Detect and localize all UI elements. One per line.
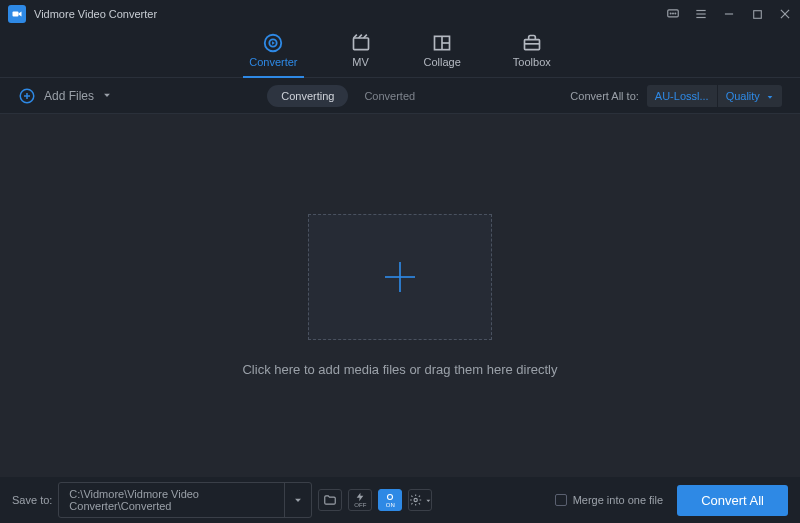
titlebar-left: Vidmore Video Converter <box>8 5 157 23</box>
converter-icon <box>262 33 284 53</box>
menu-icon[interactable] <box>694 7 708 21</box>
svg-marker-24 <box>104 93 110 96</box>
convert-all-button[interactable]: Convert All <box>677 485 788 516</box>
tab-collage[interactable]: Collage <box>424 33 461 72</box>
tab-label: Converter <box>249 56 297 68</box>
svg-point-31 <box>414 498 417 501</box>
segment-converting[interactable]: Converting <box>267 85 348 107</box>
svg-marker-32 <box>426 499 430 501</box>
footer-left: Save to: C:\Vidmore\Vidmore Video Conver… <box>12 482 432 518</box>
feedback-icon[interactable] <box>666 7 680 21</box>
save-path-input[interactable]: C:\Vidmore\Vidmore Video Converter\Conve… <box>59 483 284 517</box>
main-content: Click here to add media files or drag th… <box>0 114 800 477</box>
svg-rect-0 <box>13 12 19 17</box>
drop-zone[interactable] <box>308 214 492 340</box>
mv-icon <box>350 33 372 53</box>
merge-checkbox[interactable]: Merge into one file <box>555 494 664 506</box>
settings-button[interactable] <box>408 489 432 511</box>
format-value: AU-Lossl... <box>647 85 718 107</box>
footer-right: Merge into one file Convert All <box>555 485 788 516</box>
convert-all-label: Convert All to: <box>570 90 638 102</box>
open-folder-button[interactable] <box>318 489 342 511</box>
plus-circle-icon <box>18 87 36 105</box>
minimize-icon[interactable] <box>722 7 736 21</box>
merge-label: Merge into one file <box>573 494 664 506</box>
checkbox-box <box>555 494 567 506</box>
titlebar: Vidmore Video Converter <box>0 0 800 28</box>
gpu-accel-toggle[interactable]: ON <box>378 489 402 511</box>
svg-marker-29 <box>357 493 364 501</box>
svg-marker-25 <box>768 96 773 99</box>
save-path-dropdown[interactable] <box>284 483 311 517</box>
conversion-status-toggle: Converting Converted <box>267 85 415 107</box>
tab-label: Toolbox <box>513 56 551 68</box>
svg-marker-14 <box>272 41 275 45</box>
tab-toolbox[interactable]: Toolbox <box>513 33 551 72</box>
svg-point-30 <box>388 495 393 500</box>
tab-converter[interactable]: Converter <box>249 33 297 72</box>
tab-mv[interactable]: MV <box>350 33 372 72</box>
hw-accel-toggle[interactable]: OFF <box>348 489 372 511</box>
segment-converted[interactable]: Converted <box>364 90 415 102</box>
svg-point-4 <box>675 13 676 14</box>
toolbar: Add Files Converting Converted Convert A… <box>0 78 800 114</box>
quality-value: Quality <box>718 85 782 107</box>
save-path-control: C:\Vidmore\Vidmore Video Converter\Conve… <box>58 482 312 518</box>
svg-point-3 <box>673 13 674 14</box>
plus-icon <box>380 257 420 297</box>
tab-label: MV <box>352 56 369 68</box>
add-files-label: Add Files <box>44 89 94 103</box>
tab-label: Collage <box>424 56 461 68</box>
toolbox-icon <box>521 33 543 53</box>
target-format-select[interactable]: AU-Lossl... Quality <box>647 85 782 107</box>
app-title: Vidmore Video Converter <box>34 8 157 20</box>
save-to-label: Save to: <box>12 494 52 506</box>
convert-target: Convert All to: AU-Lossl... Quality <box>570 85 782 107</box>
maximize-icon[interactable] <box>750 7 764 21</box>
drop-text: Click here to add media files or drag th… <box>242 362 557 377</box>
footer: Save to: C:\Vidmore\Vidmore Video Conver… <box>0 477 800 523</box>
svg-rect-15 <box>353 38 368 50</box>
chevron-down-icon <box>102 89 112 103</box>
svg-rect-9 <box>753 10 761 18</box>
titlebar-controls <box>666 7 792 21</box>
add-files-button[interactable]: Add Files <box>18 87 112 105</box>
app-logo <box>8 5 26 23</box>
close-icon[interactable] <box>778 7 792 21</box>
collage-icon <box>431 33 453 53</box>
svg-point-2 <box>670 13 671 14</box>
svg-marker-28 <box>295 499 301 502</box>
main-tabs: Converter MV Collage Toolbox <box>0 28 800 78</box>
